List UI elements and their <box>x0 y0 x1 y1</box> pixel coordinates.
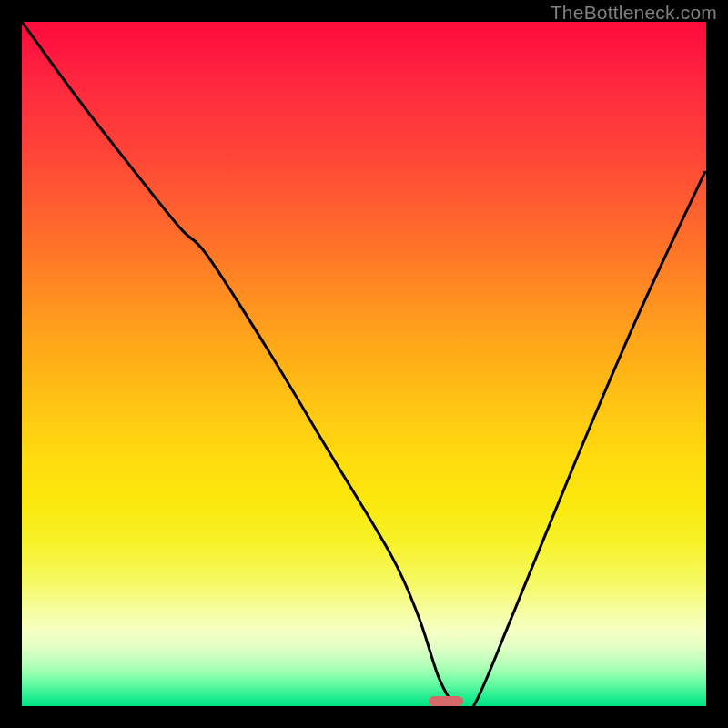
balance-point-marker <box>429 696 463 706</box>
bottleneck-curve <box>22 22 705 706</box>
chart-frame: TheBottleneck.com <box>0 0 728 728</box>
line-curve-svg <box>22 22 706 706</box>
watermark-text: TheBottleneck.com <box>551 2 717 24</box>
plot-area <box>22 22 706 706</box>
